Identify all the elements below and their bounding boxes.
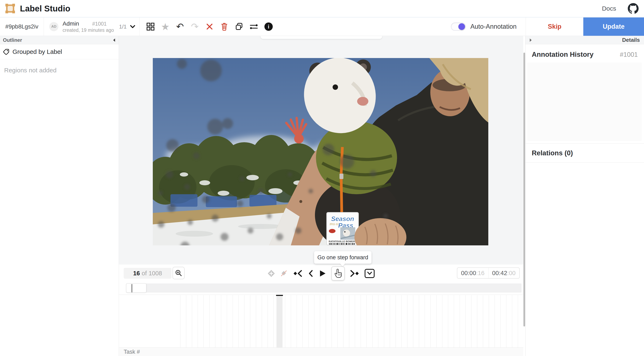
scrollbar-thumb[interactable]	[524, 52, 525, 326]
annotation-actions: ★ ↶ ↷ i	[140, 18, 275, 36]
outliner-title: Outliner	[3, 37, 22, 43]
github-icon[interactable]	[628, 3, 638, 14]
collapse-left-icon[interactable]	[112, 38, 116, 42]
docs-link[interactable]: Docs	[602, 5, 616, 12]
info-icon[interactable]: i	[264, 22, 273, 31]
magnifier-plus-icon	[175, 270, 182, 276]
expand-right-icon[interactable]	[529, 38, 532, 42]
label-studio-logo-icon	[6, 4, 15, 13]
relations-title: Relations (0)	[532, 149, 573, 157]
step-forward-button[interactable]	[331, 266, 345, 280]
app-header: Label Studio Docs	[0, 0, 644, 18]
grid-view-icon[interactable]	[146, 22, 155, 31]
frame-counter[interactable]: 16 of 1008	[124, 268, 172, 279]
user-name: Admin	[62, 20, 79, 27]
redo-icon[interactable]: ↷	[190, 22, 199, 31]
toggle-knob	[458, 23, 465, 30]
time-display: 00:00:16 00:42:00	[457, 268, 520, 279]
season-pass-badge: Season Pass 2011-12 RATATOUILLE BOWERS	[326, 212, 358, 245]
main-scrollbar	[523, 36, 525, 356]
auto-annotation-toggle[interactable]	[451, 22, 466, 31]
previous-keyframe-button[interactable]	[293, 270, 303, 278]
star-icon[interactable]: ★	[161, 22, 170, 31]
duplicate-icon[interactable]	[234, 22, 244, 31]
svg-text:Season: Season	[331, 215, 354, 222]
zoom-in-button[interactable]	[172, 267, 184, 279]
frames-timeline[interactable]	[119, 295, 523, 348]
svg-text:2011-12: 2011-12	[330, 223, 338, 226]
frame-total: 1008	[149, 270, 162, 277]
annotation-history-title: Annotation History	[532, 50, 594, 58]
task-footer: Task #	[119, 348, 523, 356]
annotation-history-empty	[527, 62, 642, 141]
frames-mode-button[interactable]	[364, 269, 374, 278]
regions-empty-message: Regions not added	[0, 59, 119, 74]
task-label: Task #	[124, 349, 140, 355]
timeline-grid[interactable]	[180, 295, 523, 348]
svg-text:RATATOUILLE BOWERS: RATATOUILLE BOWERS	[329, 240, 356, 243]
frame-current: 16	[133, 270, 140, 277]
frame-separator: of	[142, 270, 147, 277]
task-id: #9pb8Lgs2iv	[0, 18, 44, 36]
annotation-history-id: #1001	[620, 51, 638, 58]
outliner-panel: Outliner Grouped by Label Regions not ad…	[0, 36, 119, 356]
details-panel: Details Annotation History #1001 Relatio…	[525, 36, 644, 356]
chevron-down-icon	[130, 25, 135, 28]
video-controls-bar: 16 of 1008	[119, 264, 523, 295]
annotation-history-section: Annotation History #1001	[526, 44, 644, 58]
annotation-id: #1001	[92, 21, 107, 27]
minimap-position-cursor	[132, 284, 132, 292]
timeline-minimap[interactable]	[126, 284, 522, 292]
details-title: Details	[622, 37, 640, 43]
details-header: Details	[526, 36, 644, 44]
tooltip: Go one step forward	[314, 251, 372, 264]
minimap-viewport[interactable]	[126, 284, 146, 292]
relations-section[interactable]: Relations (0)	[526, 144, 644, 162]
outliner-header: Outliner	[0, 36, 119, 44]
auto-annotation-control: Auto-Annotation	[451, 18, 516, 36]
step-backward-button[interactable]	[308, 270, 314, 278]
reset-icon[interactable]	[205, 22, 214, 31]
annotation-workspace: Season Pass 2011-12 RATATOUILLE BOWERS	[119, 36, 523, 356]
update-button[interactable]: Update	[583, 18, 644, 36]
auto-annotation-label: Auto-Annotation	[470, 23, 516, 30]
skip-button[interactable]: Skip	[526, 18, 583, 36]
annotation-created: created, 19 minutes ago	[62, 28, 107, 33]
duration-time-input[interactable]: 00:42:00	[488, 268, 520, 278]
toggle-keyframe-icon[interactable]	[280, 270, 288, 277]
play-button[interactable]	[318, 270, 326, 278]
timeline-position-indicator[interactable]	[276, 295, 283, 296]
app-title: Label Studio	[20, 4, 70, 13]
delete-icon[interactable]	[220, 22, 229, 31]
playback-controls	[267, 266, 374, 281]
annotation-toolbar: #9pb8Lgs2iv AD Admin #1001 created, 19 m…	[0, 18, 644, 36]
undo-icon[interactable]: ↶	[176, 22, 184, 31]
next-keyframe-button[interactable]	[350, 270, 360, 278]
tag-icon	[3, 48, 10, 55]
annotation-selector[interactable]: AD Admin #1001 created, 19 minutes ago 1…	[44, 18, 140, 36]
annotation-pager[interactable]: 1/1	[119, 24, 135, 30]
current-frame-column	[276, 295, 282, 348]
pager-count: 1/1	[119, 24, 126, 30]
group-by-label-select[interactable]: Grouped by Label	[0, 44, 119, 59]
group-by-label-text: Grouped by Label	[12, 48, 62, 55]
avatar: AD	[49, 22, 58, 31]
video-canvas[interactable]: Season Pass 2011-12 RATATOUILLE BOWERS	[153, 58, 488, 245]
settings-sliders-icon[interactable]	[249, 22, 258, 31]
current-time-input[interactable]: 00:00:16	[457, 268, 488, 278]
add-keyframe-icon[interactable]	[267, 270, 275, 278]
top-toolbar-edge	[261, 36, 382, 39]
hand-cursor-icon	[334, 269, 342, 278]
